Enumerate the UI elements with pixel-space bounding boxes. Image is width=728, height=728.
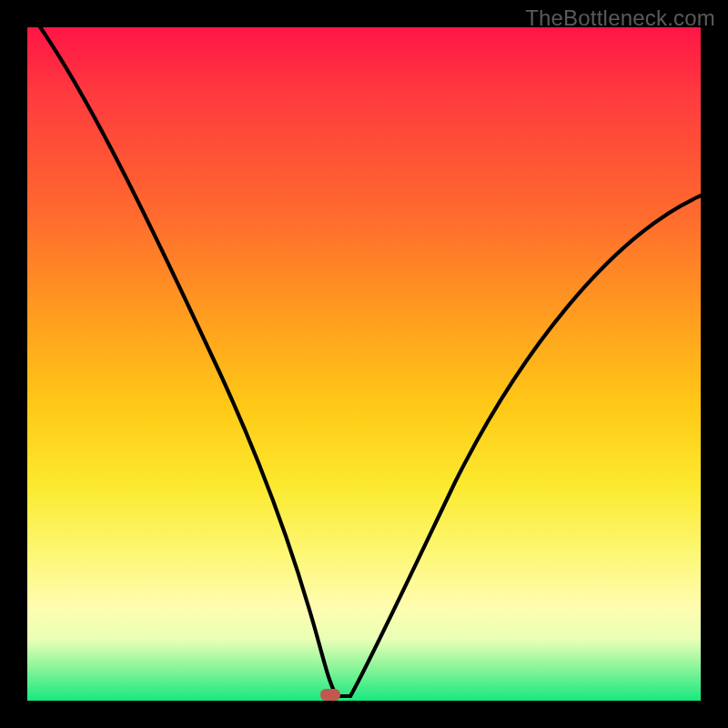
chart-frame: TheBottleneck.com — [0, 0, 728, 728]
v-curve-path — [27, 27, 701, 696]
watermark-text: TheBottleneck.com — [525, 5, 715, 31]
curve-svg — [27, 27, 701, 701]
plot-area — [27, 27, 701, 701]
minimum-marker — [320, 689, 340, 701]
